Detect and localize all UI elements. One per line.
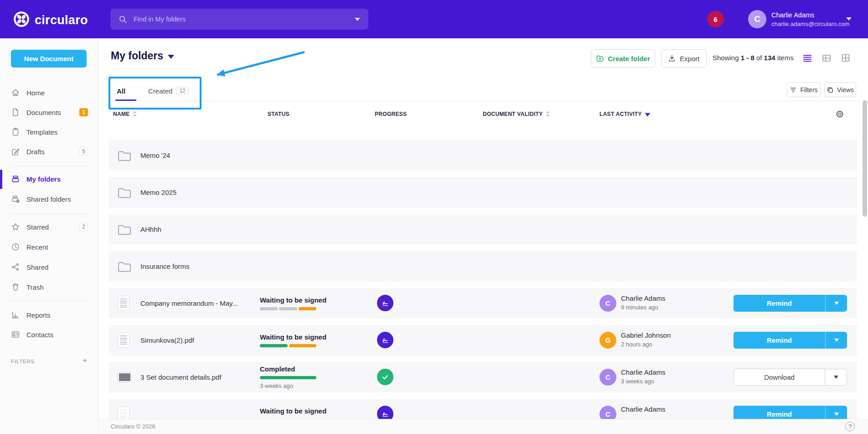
sidebar-item-label: Documents [26,109,61,116]
folder-icon [118,177,131,208]
new-document-button[interactable]: New Document [11,50,87,68]
activity-avatar[interactable]: C [599,369,616,386]
grid-view-icon[interactable] [841,53,851,63]
user-avatar[interactable]: C [748,10,766,28]
remind-button[interactable]: Remind [734,295,825,312]
download-button[interactable]: Download [734,369,825,385]
create-folder-button[interactable]: Create folder [591,49,655,68]
activity-avatar[interactable]: G [599,332,616,349]
activity-avatar[interactable]: C [599,295,616,312]
tab-created[interactable]: Created 12 [148,82,189,99]
sidebar-item-label: Home [26,89,45,97]
shared-folders-icon [11,194,20,204]
document-thumbnail [118,325,129,356]
status-text: Completed [260,365,316,373]
table-row-document[interactable]: Company memorandum - May... Waiting to b… [108,288,857,319]
sidebar-item-documents[interactable]: Documents 1 [0,104,98,121]
user-menu-caret-icon[interactable] [846,17,852,21]
page-title-text: My folders [111,50,163,62]
action-dropdown-caret[interactable] [825,332,847,349]
add-filter-button[interactable]: + [83,356,87,365]
help-icon[interactable]: ? [845,422,855,431]
row-name: 3 Set document details.pdf [140,362,222,392]
sidebar-item-trash[interactable]: Trash [0,278,98,296]
sidebar-item-drafts[interactable]: Drafts 5 [0,143,98,160]
status-text: Waiting to be signed [260,296,326,304]
title-caret-icon [168,55,174,59]
table-row-folder[interactable]: Memo '24 [108,140,857,171]
table-row-folder[interactable]: Insurance forms [108,251,857,282]
row-name: Insurance forms [140,251,190,282]
table-row-folder[interactable]: AHhhh [108,214,857,245]
app-logo[interactable]: circularo [13,10,88,30]
share-icon [11,262,20,272]
views-label: Views [837,86,854,94]
column-header-document-validity[interactable]: DOCUMENT VALIDITY [483,111,550,117]
filter-icon [790,86,797,94]
star-icon [11,222,20,231]
user-email: charlie.adams@circularo.com [771,21,849,27]
sidebar-divider [9,166,89,167]
column-header-last-activity[interactable]: LAST ACTIVITY [599,111,651,117]
sidebar-item-starred[interactable]: Starred 2 [0,218,98,235]
sidebar-item-reports[interactable]: Reports [0,306,98,324]
table-row-document[interactable]: Simunkova(2).pdf Waiting to be signed G … [108,325,857,356]
folder-icon [118,140,131,171]
export-button[interactable]: Export [661,49,707,68]
activity-user-name: Charlie Adams [621,368,666,376]
tabbar-divider [111,101,861,101]
table-row-folder[interactable]: Memo 2025 [108,177,857,208]
tab-all[interactable]: All [117,82,125,99]
folders-tray-icon [11,174,20,183]
sidebar-item-my-folders[interactable]: My folders [0,170,98,188]
global-search[interactable] [110,9,368,30]
search-scope-caret-icon[interactable] [355,18,360,21]
sidebar-item-shared-folders[interactable]: Shared folders [0,190,98,208]
table-settings-gear-icon[interactable] [835,110,845,120]
action-dropdown-caret[interactable] [825,295,847,312]
row-name: Company memorandum - May... [140,288,238,319]
sidebar-item-templates[interactable]: Templates [0,123,98,141]
search-input[interactable] [133,15,355,23]
folder-icon [118,214,131,245]
table-body: Memo '24 Memo 2025 AHhhh Insurance forms [98,140,868,434]
column-header-progress[interactable]: PROGRESS [375,111,407,117]
signature-badge [377,332,393,348]
table-row-document[interactable]: 3 Set document details.pdf Completed 3 w… [108,362,857,392]
tab-created-count-badge: 12 [176,87,188,95]
download-icon [668,54,676,63]
sidebar-item-label: Starred [26,223,49,231]
create-folder-label: Create folder [608,55,650,63]
sidebar-item-label: Trash [26,283,44,291]
document-thumbnail [118,288,129,319]
draft-edit-icon [11,147,20,156]
vertical-scrollbar[interactable] [863,100,867,217]
notification-badge[interactable]: 6 [707,11,724,27]
main-content: My folders Create folder Export Showing … [98,38,868,434]
column-header-status[interactable]: STATUS [268,111,289,117]
sidebar-item-shared[interactable]: Shared [0,258,98,276]
filters-button[interactable]: Filters [787,82,821,97]
status-cell: Waiting to be signed [260,288,326,319]
remind-button[interactable]: Remind [734,332,825,349]
sidebar-divider [9,214,89,214]
list-view-icon[interactable] [802,53,812,63]
row-name: AHhhh [140,214,161,245]
sidebar-item-home[interactable]: Home [0,84,98,101]
activity-user-name: Gabriel Johnson [621,331,671,339]
user-name: Charlie Adams [771,11,814,19]
action-dropdown-caret[interactable] [825,369,847,385]
column-header-name[interactable]: NAME [113,111,137,117]
contact-card-icon [11,330,20,339]
page-title[interactable]: My folders [111,50,174,62]
row-name: Simunkova(2).pdf [140,325,194,356]
row-action: Download [734,369,847,386]
views-button[interactable]: Views [824,82,856,97]
status-note: 3 weeks ago [260,382,316,389]
create-folder-icon [596,54,604,63]
table-view-icon[interactable] [822,53,832,63]
sidebar-item-recent[interactable]: Recent [0,238,98,256]
sidebar-item-contacts[interactable]: Contacts [0,326,98,343]
row-name: Memo '24 [140,140,170,171]
progress-bar [260,344,316,347]
